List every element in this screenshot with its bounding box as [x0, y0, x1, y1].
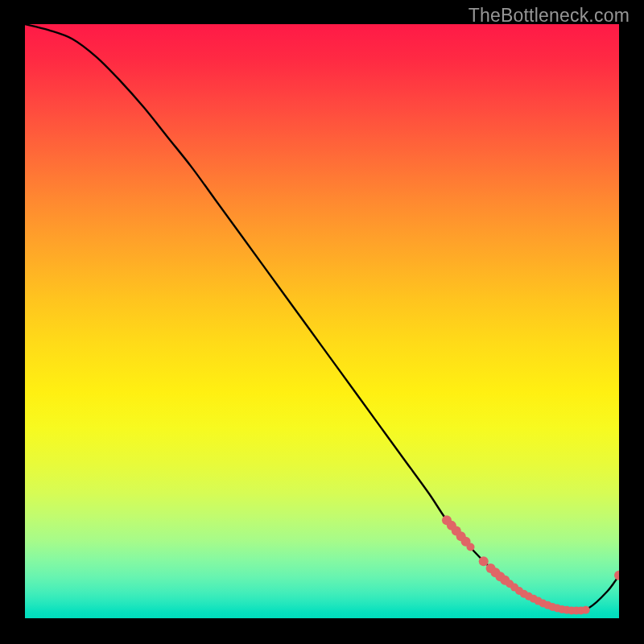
highlight-dot — [479, 556, 489, 566]
bottleneck-curve — [25, 24, 619, 611]
highlight-dot — [614, 571, 619, 580]
highlight-dot — [467, 543, 475, 551]
chart-frame: TheBottleneck.com — [0, 0, 644, 644]
plot-area — [25, 24, 619, 618]
highlight-dot — [582, 606, 590, 614]
highlight-dots-group — [442, 515, 619, 614]
chart-svg — [25, 24, 619, 618]
watermark-text: TheBottleneck.com — [469, 5, 630, 27]
